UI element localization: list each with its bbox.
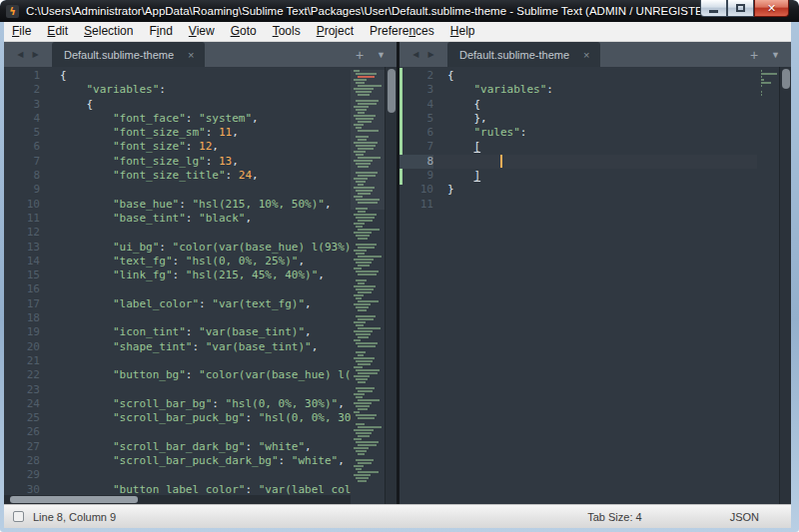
menu-item-preferences[interactable]: Preferences [362, 22, 442, 41]
code-text: { [60, 98, 93, 112]
code-line[interactable]: 9 [4, 183, 351, 197]
code-line[interactable]: 2{ [400, 69, 757, 83]
code-line[interactable]: 24 "scroll_bar_bg": "hsl(0, 0%, 30%)", [4, 397, 351, 411]
code-line[interactable]: 14 "text_fg": "hsl(0, 0%, 25%)", [4, 255, 351, 268]
code-line[interactable]: 6 "font_size": 12, [4, 140, 351, 154]
code-line[interactable]: 3 "variables": [400, 83, 757, 97]
code-line[interactable]: 12 [4, 226, 351, 240]
line-number: 16 [4, 282, 40, 296]
menu-item-help[interactable]: Help [442, 22, 483, 41]
code-line[interactable]: 23 [4, 383, 351, 397]
code-line[interactable]: 19 "icon_tint": "var(base_tint)", [4, 325, 351, 339]
menu-item-selection[interactable]: Selection [76, 22, 141, 41]
menu-item-file[interactable]: File [4, 22, 39, 41]
code-line[interactable]: 22 "button_bg": "color(var(base_hue) l(9… [4, 368, 351, 382]
code-line[interactable]: 21 [4, 354, 351, 368]
code-line[interactable]: 5 }, [400, 112, 757, 126]
tab-scroll-left-icon[interactable]: ◀ [17, 50, 23, 59]
tab-size-status[interactable]: Tab Size: 4 [587, 511, 641, 523]
line-number: 13 [4, 241, 40, 255]
code-line[interactable]: 11 [400, 198, 757, 212]
panel-toggle-icon[interactable] [13, 511, 24, 522]
code-line[interactable]: 7 "font_size_lg": 13, [4, 155, 351, 169]
minimap[interactable] [351, 70, 385, 504]
new-tab-icon[interactable]: + [750, 48, 758, 62]
minimap-row [358, 273, 377, 275]
new-tab-icon[interactable]: + [356, 48, 364, 62]
code-line[interactable]: 26 [4, 425, 351, 439]
code-text: "variables": [447, 83, 553, 97]
menu-item-find[interactable]: Find [141, 22, 180, 41]
tab-default-sublime-theme[interactable]: Default.sublime-theme × [447, 42, 600, 67]
code-line[interactable]: 27 "scroll_bar_dark_bg": "white", [4, 440, 351, 454]
minimap-row [356, 459, 374, 461]
code-line[interactable]: 18 [4, 311, 351, 325]
menu-item-tools[interactable]: Tools [265, 22, 309, 41]
code-line[interactable]: 28 "scroll_bar_puck_dark_bg": "white", [4, 454, 351, 468]
menu-item-goto[interactable]: Goto [223, 22, 265, 41]
code-line[interactable]: 13 "ui_bg": "color(var(base_hue) l(93%))… [4, 241, 351, 255]
code-text: "font_size_sm": 11, [60, 126, 239, 140]
code-line[interactable]: 6 "rules": [400, 126, 757, 140]
horizontal-scrollbar-puck[interactable] [10, 496, 138, 503]
code-line[interactable]: 20 "shape_tint": "var(base_tint)", [4, 340, 351, 354]
code-line[interactable]: 2 "variables": [4, 83, 351, 97]
code-lines[interactable]: 1{2 "variables":3 {4 "font_face": "syste… [4, 69, 351, 504]
line-number: 7 [4, 155, 40, 169]
code-line[interactable]: 16 [4, 282, 351, 296]
tab-overflow-icon[interactable]: ▼ [377, 50, 386, 60]
minimap-row [358, 345, 376, 347]
minimap-row [358, 336, 369, 338]
tab-scroll-right-icon[interactable]: ▶ [33, 50, 39, 59]
horizontal-scrollbar[interactable] [4, 495, 351, 504]
code-line[interactable]: 10} [400, 183, 757, 197]
code-lines[interactable]: 2{3 "variables":4 {5 },6 "rules":7 [89 ]… [400, 69, 757, 504]
minimap-row [358, 417, 375, 419]
code-line[interactable]: 11 "base_tint": "black", [4, 212, 351, 226]
minimap-row [354, 366, 363, 368]
minimize-button[interactable] [700, 0, 727, 17]
syntax-status[interactable]: JSON [730, 511, 759, 523]
maximize-button[interactable] [727, 0, 754, 17]
line-number: 27 [4, 440, 40, 454]
menu-item-edit[interactable]: Edit [39, 22, 76, 41]
menu-item-project[interactable]: Project [309, 22, 362, 41]
app-icon[interactable]: ϟ [6, 5, 19, 18]
code-line[interactable]: 29 [4, 468, 351, 482]
code-line[interactable]: 4 { [400, 98, 757, 112]
menu-item-view[interactable]: View [181, 22, 223, 41]
vertical-scrollbar-puck[interactable] [782, 69, 790, 89]
code-line[interactable]: 1{ [4, 69, 351, 83]
code-line[interactable]: 8 "font_size_title": 24, [4, 169, 351, 183]
minimap[interactable] [759, 70, 779, 504]
code-text: "shape_tint": "var(base_tint)", [60, 340, 318, 354]
code-line[interactable]: 5 "font_size_sm": 11, [4, 126, 351, 140]
close-button[interactable]: ✕ [754, 0, 789, 17]
code-line[interactable]: 10 "base_hue": "hsl(215, 10%, 50%)", [4, 198, 351, 212]
tab-close-icon[interactable]: × [583, 49, 589, 61]
code-line[interactable]: 9 ] [400, 169, 757, 183]
code-line[interactable]: 7 [ [400, 140, 757, 154]
line-number: 6 [400, 126, 433, 140]
tab-default-sublime-theme[interactable]: Default.sublime-theme × [52, 42, 205, 67]
vertical-scrollbar[interactable] [385, 67, 397, 504]
code-line[interactable]: 3 { [4, 98, 351, 112]
minimap-row [356, 468, 362, 470]
minimap-row [358, 247, 375, 249]
tab-overflow-icon[interactable]: ▼ [771, 50, 780, 60]
code-line[interactable]: 17 "label_color": "var(text_fg)", [4, 297, 351, 311]
code-text: ] [447, 169, 480, 183]
minimap-row [358, 327, 381, 329]
minimap-row [358, 318, 374, 320]
code-line[interactable]: 25 "scroll_bar_puck_bg": "hsl(0, 0%, 30%… [4, 411, 351, 425]
code-line[interactable]: 4 "font_face": "system", [4, 112, 351, 126]
tab-actions: + ▼ [356, 42, 397, 67]
tab-close-icon[interactable]: × [188, 49, 194, 61]
tab-scroll-left-icon[interactable]: ◀ [412, 50, 418, 59]
vertical-scrollbar[interactable] [779, 67, 791, 504]
minimap-row [358, 471, 379, 473]
code-line[interactable]: 8 [400, 155, 757, 169]
vertical-scrollbar-puck[interactable] [388, 69, 396, 113]
code-line[interactable]: 15 "link_fg": "hsl(215, 45%, 40%)", [4, 268, 351, 282]
tab-scroll-right-icon[interactable]: ▶ [428, 50, 434, 59]
